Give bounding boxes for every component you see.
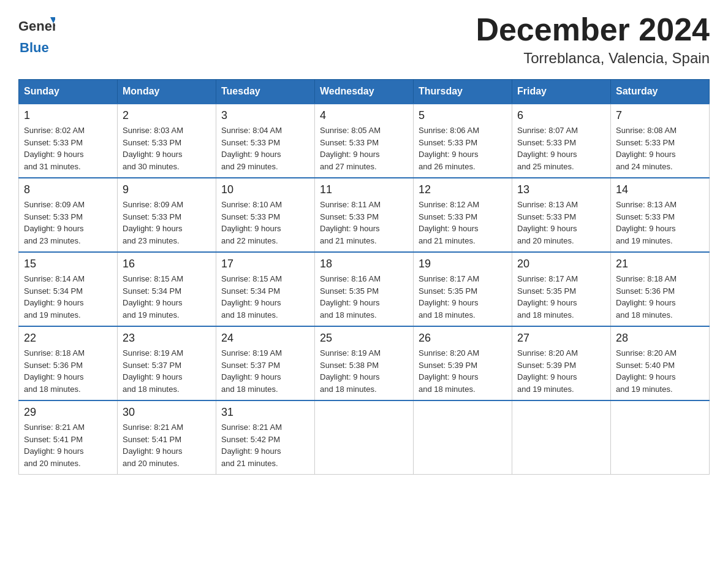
day-number: 15	[24, 258, 112, 270]
day-info: Sunrise: 8:03 AM Sunset: 5:33 PM Dayligh…	[123, 124, 211, 172]
calendar-cell: 24 Sunrise: 8:19 AM Sunset: 5:37 PM Dayl…	[216, 326, 315, 400]
day-number: 20	[517, 258, 605, 270]
calendar-cell: 17 Sunrise: 8:15 AM Sunset: 5:34 PM Dayl…	[216, 252, 315, 326]
calendar-cell: 12 Sunrise: 8:12 AM Sunset: 5:33 PM Dayl…	[414, 178, 512, 252]
empty-cell	[414, 400, 512, 475]
header-saturday: Saturday	[611, 80, 710, 104]
header-thursday: Thursday	[414, 80, 512, 104]
calendar-cell: 19 Sunrise: 8:17 AM Sunset: 5:35 PM Dayl…	[414, 252, 512, 326]
calendar-week-row: 15 Sunrise: 8:14 AM Sunset: 5:34 PM Dayl…	[19, 252, 710, 326]
day-info: Sunrise: 8:21 AM Sunset: 5:41 PM Dayligh…	[24, 421, 112, 469]
day-info: Sunrise: 8:09 AM Sunset: 5:33 PM Dayligh…	[24, 199, 112, 247]
day-info: Sunrise: 8:16 AM Sunset: 5:35 PM Dayligh…	[320, 273, 408, 321]
day-number: 29	[24, 406, 112, 419]
calendar-cell: 23 Sunrise: 8:19 AM Sunset: 5:37 PM Dayl…	[118, 326, 216, 400]
empty-cell	[315, 400, 414, 475]
day-number: 4	[320, 109, 408, 122]
calendar-cell: 7 Sunrise: 8:08 AM Sunset: 5:33 PM Dayli…	[611, 104, 710, 178]
svg-text:General: General	[18, 18, 55, 34]
logo: General Blue	[18, 12, 55, 56]
day-number: 21	[616, 258, 704, 270]
day-number: 26	[419, 332, 507, 345]
day-number: 22	[24, 332, 112, 345]
page-title: December 2024	[476, 12, 710, 47]
day-info: Sunrise: 8:20 AM Sunset: 5:39 PM Dayligh…	[419, 347, 507, 395]
day-info: Sunrise: 8:13 AM Sunset: 5:33 PM Dayligh…	[616, 199, 704, 247]
day-info: Sunrise: 8:19 AM Sunset: 5:38 PM Dayligh…	[320, 347, 408, 395]
page-subtitle: Torreblanca, Valencia, Spain	[476, 50, 710, 67]
calendar-cell: 15 Sunrise: 8:14 AM Sunset: 5:34 PM Dayl…	[19, 252, 118, 326]
logo-blue-text: Blue	[20, 40, 49, 56]
day-info: Sunrise: 8:08 AM Sunset: 5:33 PM Dayligh…	[616, 124, 704, 172]
day-number: 7	[616, 109, 704, 122]
calendar-cell: 21 Sunrise: 8:18 AM Sunset: 5:36 PM Dayl…	[611, 252, 710, 326]
calendar-cell: 9 Sunrise: 8:09 AM Sunset: 5:33 PM Dayli…	[118, 178, 216, 252]
day-info: Sunrise: 8:18 AM Sunset: 5:36 PM Dayligh…	[616, 273, 704, 321]
calendar-week-row: 22 Sunrise: 8:18 AM Sunset: 5:36 PM Dayl…	[19, 326, 710, 400]
calendar-cell: 4 Sunrise: 8:05 AM Sunset: 5:33 PM Dayli…	[315, 104, 414, 178]
calendar-cell: 10 Sunrise: 8:10 AM Sunset: 5:33 PM Dayl…	[216, 178, 315, 252]
day-info: Sunrise: 8:05 AM Sunset: 5:33 PM Dayligh…	[320, 124, 408, 172]
day-info: Sunrise: 8:12 AM Sunset: 5:33 PM Dayligh…	[419, 199, 507, 247]
calendar-cell: 26 Sunrise: 8:20 AM Sunset: 5:39 PM Dayl…	[414, 326, 512, 400]
header-tuesday: Tuesday	[216, 80, 315, 104]
calendar-cell: 3 Sunrise: 8:04 AM Sunset: 5:33 PM Dayli…	[216, 104, 315, 178]
calendar-header-row: Sunday Monday Tuesday Wednesday Thursday…	[19, 80, 710, 104]
header-wednesday: Wednesday	[315, 80, 414, 104]
day-number: 18	[320, 258, 408, 270]
calendar-cell: 5 Sunrise: 8:06 AM Sunset: 5:33 PM Dayli…	[414, 104, 512, 178]
day-info: Sunrise: 8:21 AM Sunset: 5:42 PM Dayligh…	[221, 421, 309, 469]
day-number: 11	[320, 183, 408, 196]
day-number: 23	[123, 332, 211, 345]
day-number: 2	[123, 109, 211, 122]
day-number: 12	[419, 183, 507, 196]
day-number: 31	[221, 406, 309, 419]
calendar-cell: 22 Sunrise: 8:18 AM Sunset: 5:36 PM Dayl…	[19, 326, 118, 400]
calendar-table: Sunday Monday Tuesday Wednesday Thursday…	[18, 79, 710, 475]
calendar-cell: 11 Sunrise: 8:11 AM Sunset: 5:33 PM Dayl…	[315, 178, 414, 252]
calendar-cell: 1 Sunrise: 8:02 AM Sunset: 5:33 PM Dayli…	[19, 104, 118, 178]
calendar-cell: 25 Sunrise: 8:19 AM Sunset: 5:38 PM Dayl…	[315, 326, 414, 400]
day-number: 9	[123, 183, 211, 196]
day-number: 14	[616, 183, 704, 196]
day-number: 13	[517, 183, 605, 196]
header-friday: Friday	[512, 80, 611, 104]
day-info: Sunrise: 8:07 AM Sunset: 5:33 PM Dayligh…	[517, 124, 605, 172]
calendar-cell: 6 Sunrise: 8:07 AM Sunset: 5:33 PM Dayli…	[512, 104, 611, 178]
day-info: Sunrise: 8:17 AM Sunset: 5:35 PM Dayligh…	[517, 273, 605, 321]
header-monday: Monday	[118, 80, 216, 104]
calendar-week-row: 29 Sunrise: 8:21 AM Sunset: 5:41 PM Dayl…	[19, 400, 710, 475]
day-info: Sunrise: 8:14 AM Sunset: 5:34 PM Dayligh…	[24, 273, 112, 321]
calendar-cell: 18 Sunrise: 8:16 AM Sunset: 5:35 PM Dayl…	[315, 252, 414, 326]
day-number: 28	[616, 332, 704, 345]
day-number: 8	[24, 183, 112, 196]
day-info: Sunrise: 8:13 AM Sunset: 5:33 PM Dayligh…	[517, 199, 605, 247]
day-number: 27	[517, 332, 605, 345]
calendar-week-row: 8 Sunrise: 8:09 AM Sunset: 5:33 PM Dayli…	[19, 178, 710, 252]
calendar-cell: 30 Sunrise: 8:21 AM Sunset: 5:41 PM Dayl…	[118, 400, 216, 475]
empty-cell	[611, 400, 710, 475]
day-number: 3	[221, 109, 309, 122]
calendar-cell: 20 Sunrise: 8:17 AM Sunset: 5:35 PM Dayl…	[512, 252, 611, 326]
day-number: 6	[517, 109, 605, 122]
day-info: Sunrise: 8:19 AM Sunset: 5:37 PM Dayligh…	[221, 347, 309, 395]
calendar-cell: 28 Sunrise: 8:20 AM Sunset: 5:40 PM Dayl…	[611, 326, 710, 400]
empty-cell	[512, 400, 611, 475]
day-info: Sunrise: 8:21 AM Sunset: 5:41 PM Dayligh…	[123, 421, 211, 469]
page-header: General Blue December 2024 Torreblanca, …	[18, 12, 710, 67]
calendar-cell: 14 Sunrise: 8:13 AM Sunset: 5:33 PM Dayl…	[611, 178, 710, 252]
day-info: Sunrise: 8:15 AM Sunset: 5:34 PM Dayligh…	[123, 273, 211, 321]
day-number: 19	[419, 258, 507, 270]
calendar-cell: 8 Sunrise: 8:09 AM Sunset: 5:33 PM Dayli…	[19, 178, 118, 252]
day-info: Sunrise: 8:15 AM Sunset: 5:34 PM Dayligh…	[221, 273, 309, 321]
day-info: Sunrise: 8:11 AM Sunset: 5:33 PM Dayligh…	[320, 199, 408, 247]
day-number: 10	[221, 183, 309, 196]
day-info: Sunrise: 8:20 AM Sunset: 5:40 PM Dayligh…	[616, 347, 704, 395]
day-number: 1	[24, 109, 112, 122]
day-info: Sunrise: 8:19 AM Sunset: 5:37 PM Dayligh…	[123, 347, 211, 395]
day-number: 25	[320, 332, 408, 345]
header-sunday: Sunday	[19, 80, 118, 104]
calendar-week-row: 1 Sunrise: 8:02 AM Sunset: 5:33 PM Dayli…	[19, 104, 710, 178]
calendar-cell: 13 Sunrise: 8:13 AM Sunset: 5:33 PM Dayl…	[512, 178, 611, 252]
calendar-cell: 31 Sunrise: 8:21 AM Sunset: 5:42 PM Dayl…	[216, 400, 315, 475]
